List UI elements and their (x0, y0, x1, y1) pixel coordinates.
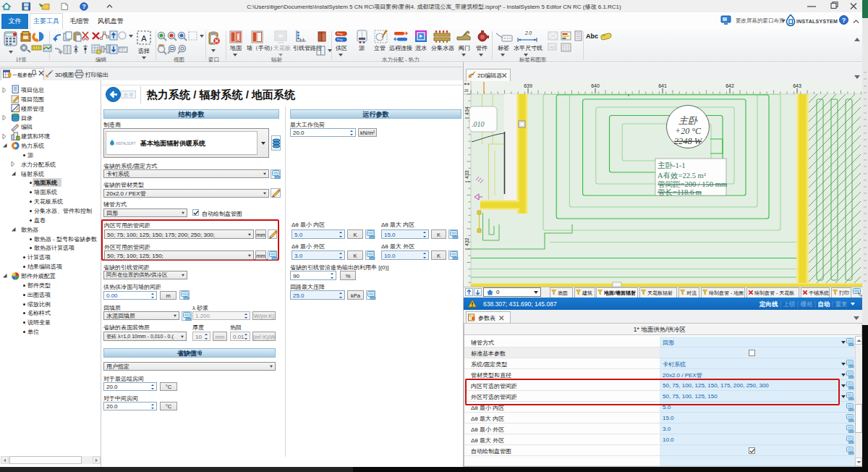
svg-text:2.0: 2.0 (524, 30, 532, 35)
svg-text:源: 源 (359, 45, 365, 51)
svg-text:?: ? (842, 17, 846, 24)
svg-text:墙（手动）: 墙（手动） (246, 45, 276, 51)
svg-text:主卧-1-1: 主卧-1-1 (658, 161, 686, 169)
svg-text:远程连接: 远程连接 (389, 45, 412, 51)
svg-text:管件: 管件 (476, 45, 488, 51)
svg-text:640: 640 (591, 83, 600, 88)
svg-text:INSTALSOFT: INSTALSOFT (116, 142, 136, 146)
svg-text:管间距=200 / 150 mm: 管间距=200 / 150 mm (658, 180, 727, 188)
svg-text:A: A (141, 34, 147, 43)
svg-text:432: 432 (464, 237, 469, 246)
svg-text:+20 °C: +20 °C (675, 126, 702, 136)
svg-text:642: 642 (726, 83, 734, 88)
svg-text:水平尺寸线: 水平尺寸线 (514, 45, 542, 51)
svg-text:Abc: Abc (586, 33, 598, 40)
svg-text:立管: 立管 (374, 45, 386, 51)
svg-text:643: 643 (793, 83, 801, 88)
svg-text:26: 26 (464, 88, 469, 93)
svg-text:引线管路径: 引线管路径 (293, 45, 322, 51)
svg-text:地面: 地面 (229, 45, 242, 51)
svg-text:Prog: Prog (337, 33, 342, 35)
svg-text:管长=118.6 m: 管长=118.6 m (658, 188, 702, 196)
svg-text:阀门: 阀门 (459, 45, 470, 51)
svg-text:天花板: 天花板 (273, 45, 291, 51)
svg-text:434: 434 (464, 106, 469, 115)
svg-text:641: 641 (658, 83, 667, 88)
svg-text:混水: 混水 (415, 45, 427, 51)
svg-text:Prog: Prog (337, 38, 342, 41)
svg-text:.010: .010 (472, 120, 485, 128)
svg-text:主卧: 主卧 (678, 115, 698, 126)
svg-text:标签: 标签 (498, 45, 509, 51)
svg-text:433: 433 (464, 170, 469, 179)
svg-text:639: 639 (524, 83, 532, 88)
svg-text:供区: 供区 (336, 45, 347, 51)
svg-text:A2: A2 (550, 45, 556, 49)
svg-text:选择: 选择 (138, 48, 150, 54)
svg-text:2248 W: 2248 W (674, 136, 703, 146)
svg-text:分集水器: 分集水器 (431, 45, 454, 51)
svg-text:A有效=22.5 m²: A有效=22.5 m² (658, 172, 706, 180)
